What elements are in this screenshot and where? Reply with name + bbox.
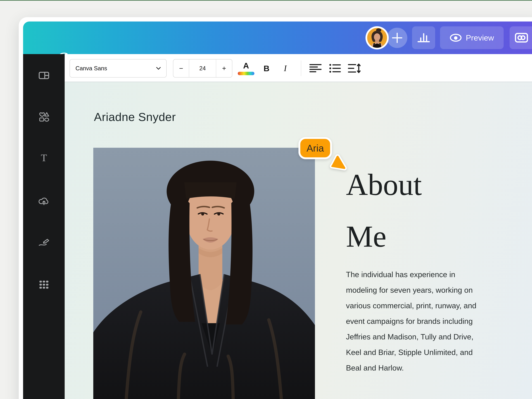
sidebar-item-elements[interactable] [23, 102, 65, 131]
text-icon: T [38, 153, 50, 163]
preview-button[interactable]: Preview [440, 26, 504, 49]
line-spacing-button[interactable] [346, 59, 363, 78]
portrait-photo[interactable] [93, 148, 315, 399]
text-align-button[interactable] [307, 59, 324, 78]
sidebar-item-apps[interactable] [23, 270, 65, 299]
plus-label: + [222, 64, 226, 72]
bold-button[interactable]: B [259, 59, 274, 78]
elements-shapes-icon [38, 112, 50, 122]
browser-top-strip [0, 0, 532, 1]
text-color-button[interactable]: A [236, 59, 256, 78]
chevron-down-icon [156, 67, 161, 70]
preview-label: Preview [466, 33, 494, 42]
design-panels-icon [38, 70, 50, 81]
font-size-stepper: − 24 + [173, 59, 232, 78]
share-link-button[interactable] [510, 26, 532, 49]
design-canvas: Ariadne Snyder [65, 82, 532, 399]
bullet-list-button[interactable] [326, 59, 344, 78]
insights-button[interactable] [412, 26, 435, 49]
avatar-image [367, 28, 387, 48]
collaborator-name: Aria [306, 143, 324, 154]
font-family-value: Canva Sans [76, 65, 107, 72]
eye-icon [450, 33, 462, 42]
font-size-increase-button[interactable]: + [216, 59, 232, 77]
svg-text:T: T [41, 153, 47, 163]
design-title-text[interactable]: Ariadne Snyder [94, 110, 176, 124]
sidebar-item-draw[interactable] [23, 228, 65, 257]
font-size-decrease-button[interactable]: − [173, 59, 189, 77]
font-family-select[interactable]: Canva Sans [70, 59, 167, 78]
minus-label: − [179, 64, 183, 72]
toolbar-divider [301, 60, 301, 76]
line-spacing-icon [348, 64, 361, 73]
about-me-paragraph[interactable]: The individual has experience in modelin… [346, 267, 532, 376]
text-color-letter: A [243, 60, 249, 71]
rainbow-color-bar [238, 72, 254, 75]
user-avatar[interactable] [366, 26, 389, 50]
about-me-heading[interactable]: About Me [346, 159, 422, 262]
add-collaborator-button[interactable] [387, 28, 407, 48]
collaborator-cursor-label: Aria [298, 137, 332, 159]
sidebar-item-uploads[interactable] [23, 186, 65, 215]
sidebar-item-design[interactable] [23, 61, 65, 90]
apps-grid-icon [38, 280, 50, 290]
font-size-value[interactable]: 24 [189, 59, 216, 77]
canva-editor: Canva [0, 0, 532, 399]
align-left-icon [309, 64, 322, 73]
bar-chart-icon [417, 33, 430, 43]
italic-button[interactable]: I [277, 59, 293, 78]
collaborator-cursor-icon [329, 153, 348, 173]
plus-icon [392, 33, 402, 43]
draw-pen-icon [38, 237, 50, 247]
sidebar: T [23, 54, 65, 399]
text-toolbar: Canva Sans − 24 + A B I [65, 54, 532, 82]
upload-cloud-icon [38, 196, 50, 206]
link-card-icon [515, 33, 528, 43]
bullet-list-icon [329, 64, 341, 73]
sidebar-item-text[interactable]: T [23, 144, 65, 173]
